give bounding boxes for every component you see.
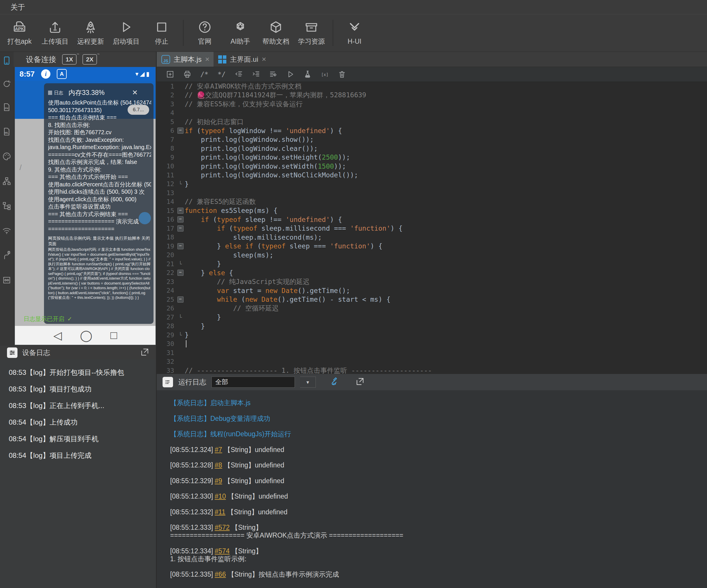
fold-collapse-icon[interactable]: − [177, 208, 183, 214]
strip-tree-icon[interactable] [1, 175, 12, 187]
close-icon[interactable]: × [205, 55, 209, 64]
edtool-indent[interactable] [247, 68, 265, 81]
tab-主脚本.js[interactable]: JS主脚本.js× [157, 52, 213, 67]
edtool-test-flask[interactable] [299, 68, 316, 81]
log-ref-link[interactable]: #574 [215, 547, 230, 555]
phone-clock: 8:57 [20, 70, 35, 79]
tab-主界面.ui[interactable]: 主界面.ui× [213, 52, 270, 67]
toolbar-button-upload[interactable]: 上传项目 [37, 16, 73, 49]
palette-icon [2, 152, 11, 161]
rocket-icon [83, 20, 98, 34]
phone-mirror[interactable]: 8:57 i A ▾◢▮ / 日志 内存33.38% ✕ 使用auto.clic… [15, 67, 156, 326]
code-line: 33// -------------------- 1. 按钮点击事件监听 --… [157, 366, 707, 374]
indent-icon [252, 70, 261, 79]
floating-log-window[interactable]: 日志 内存33.38% ✕ 使用auto.clickPoint点击坐标 (504… [44, 83, 154, 324]
line-number: 21 [157, 261, 176, 268]
strip-tree2-icon[interactable] [1, 200, 12, 212]
run-log-panel: 运行日志 全部 ▼ 【系统日志】启动主脚本.js【系统日志】Debug变量清理成… [157, 374, 707, 588]
clear-log-icon[interactable] [330, 377, 340, 388]
chevron-down-icon[interactable]: ▼ [300, 377, 316, 388]
nav-home-button[interactable]: ◯ [80, 329, 92, 342]
code-line: 10 print.log(logWindow.setWidth(1500)); [157, 162, 707, 171]
log-time: [08:55:12.334] [170, 547, 213, 555]
log-time: [08:55:12.330] [170, 492, 213, 500]
log-filter-select[interactable]: 全部 [211, 377, 295, 388]
toolbar-button-openai[interactable]: AI助手 [223, 16, 258, 49]
log-body: 【String】按钮点击事件示例演示完成 [228, 570, 339, 578]
log-ref-link[interactable]: #11 [215, 508, 226, 516]
floating-assist-ball[interactable] [139, 212, 151, 224]
run-log-row: 【系统日志】线程(runDebugJs)开始运行 [170, 430, 701, 438]
log-close-icon[interactable]: ✕ [132, 89, 138, 97]
zoom-1x-button[interactable]: 1X [62, 54, 77, 65]
fold-collapse-icon[interactable]: − [177, 297, 183, 303]
strip-xml-file-icon[interactable]: ML [1, 125, 12, 138]
hui-logo-icon [347, 21, 362, 35]
strip-usb-cable-icon[interactable] [1, 249, 12, 262]
strip-sync-icon[interactable] [1, 77, 12, 90]
text-cursor [186, 340, 187, 347]
toolbar-button-learning-box[interactable]: 学习资源 [294, 16, 329, 49]
menu-about[interactable]: 关于 [0, 2, 25, 12]
code-editor[interactable]: 1// 安卓AIWROK软件点击方式示例文档2// 🧶交流QQ群71184192… [157, 82, 707, 374]
strip-wifi-icon[interactable] [1, 224, 12, 237]
toolbar-button-label: 启动项目 [113, 37, 139, 46]
log-ref-link[interactable]: #7 [215, 446, 222, 453]
edtool-print[interactable] [178, 68, 196, 81]
code-line: 15−function es5Sleep(ms) { [157, 206, 707, 215]
log-ref-link[interactable]: #8 [215, 461, 222, 469]
toolbar-button-label: 上传项目 [42, 37, 68, 46]
strip-apk-file-icon[interactable]: PK [1, 101, 12, 113]
toolbar-button-label: 远程更新 [77, 37, 104, 46]
fold-collapse-icon[interactable]: − [177, 226, 183, 232]
js-file-icon: JS [161, 55, 170, 64]
fold-collapse-icon[interactable]: − [177, 216, 183, 222]
toolbar-button-apk-package[interactable]: APK打包apk [2, 16, 37, 49]
code-line: 31 [157, 348, 707, 357]
code-line: 5// 初始化日志窗口 [157, 117, 707, 127]
open-log-window-icon[interactable] [356, 377, 365, 387]
edtool-comment-close[interactable]: */ [213, 68, 230, 81]
xml-file-icon: ML [2, 127, 11, 136]
edtool-run[interactable] [282, 68, 299, 81]
edtool-format-code[interactable] [265, 68, 282, 81]
edtool-comment-open[interactable]: /* [196, 68, 213, 81]
toolbar-button-label: 官网 [198, 37, 211, 46]
toolbar-button-question-circle[interactable]: 官网 [187, 16, 223, 49]
fold-collapse-icon[interactable]: − [177, 270, 183, 276]
edtool-add-block[interactable] [161, 68, 178, 81]
toolbar-button-play[interactable]: 启动项目 [108, 16, 144, 49]
log-time: [08:55:12.329] [170, 477, 213, 485]
zoom-2x-button[interactable]: 2X [82, 54, 97, 65]
nav-recent-button[interactable]: □ [110, 329, 117, 342]
edtool-regex[interactable]: [x] [316, 68, 333, 81]
line-number: 11 [157, 172, 176, 179]
edtool-outdent[interactable] [230, 68, 247, 81]
device-log-export-icon[interactable] [140, 347, 149, 358]
line-number: 3 [157, 101, 176, 108]
log-ref-link[interactable]: #9 [215, 477, 222, 485]
floating-number-badge[interactable]: 6.7... [128, 105, 149, 115]
toolbar-button-stop[interactable]: 停止 [144, 16, 179, 49]
strip-palette-icon[interactable] [1, 150, 12, 163]
edtool-clean-trash[interactable] [333, 68, 350, 81]
log-ref-link[interactable]: #66 [215, 570, 226, 578]
code-line: 14// 兼容ES5的延迟函数 [157, 198, 707, 206]
run-log-row: 【系统日志】启动主脚本.js [170, 399, 701, 407]
close-icon[interactable]: × [262, 55, 266, 64]
log-ref-link[interactable]: #10 [215, 492, 226, 500]
log-ref-link[interactable]: #572 [215, 524, 230, 531]
strip-phone-icon[interactable] [1, 54, 12, 67]
strip-remote-box-icon[interactable] [1, 274, 12, 286]
toolbar-button-label: 帮助文档 [263, 37, 289, 46]
toolbar-button-rocket[interactable]: 远程更新 [73, 16, 108, 49]
toolbar-button-hui-logo[interactable]: H-UI [337, 16, 372, 49]
toolbar-button-help-doc[interactable]: 帮助文档 [258, 16, 294, 49]
fold-collapse-icon[interactable]: − [177, 243, 183, 249]
nav-back-button[interactable]: ◁ [53, 329, 62, 342]
code-line: 17− if (typeof sleep.millisecond === 'fu… [157, 224, 707, 233]
device-log-list: 08:53【log】开始打包项目--快乐撸包08:53【log】项目打包成功08… [0, 359, 156, 588]
sync-icon [2, 79, 11, 89]
overlay-log-line: === 组合点击示例结束 === [48, 114, 151, 122]
fold-collapse-icon[interactable]: − [177, 128, 183, 134]
